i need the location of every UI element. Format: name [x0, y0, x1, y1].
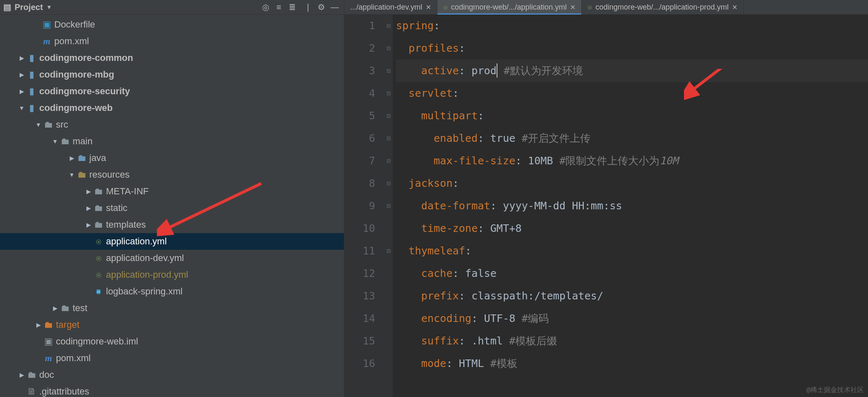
code-line[interactable]: prefix: classpath:/templates/: [396, 285, 868, 307]
tree-item-src[interactable]: ▼ 🖿 src: [0, 116, 344, 133]
tree-item-resources[interactable]: ▼ 🖿 resources: [0, 166, 344, 183]
tree-item-dockerfile[interactable]: ▣ Dockerfile: [0, 16, 344, 33]
fold-mark-icon[interactable]: ⊟: [384, 127, 393, 150]
code-line[interactable]: mode: HTML #模板: [396, 352, 868, 375]
tree-item-main[interactable]: ▼ 🖿 main: [0, 133, 344, 150]
chevron-down-icon[interactable]: ▼: [50, 138, 60, 145]
tree-item-doc[interactable]: ▶ 🖿 doc: [0, 367, 344, 383]
project-title-text: Project: [15, 3, 43, 12]
file-label: Dockerfile: [54, 19, 95, 30]
tree-item-pom[interactable]: m pom.xml: [0, 33, 344, 50]
folder-label: static: [106, 203, 127, 214]
dropdown-icon: ▼: [46, 4, 52, 10]
tree-item-logback[interactable]: ‹› logback-spring.xml: [0, 283, 344, 300]
tab-label: .../application-dev.yml: [350, 3, 422, 12]
docker-icon: ▣: [42, 20, 52, 30]
tree-item-gitattributes[interactable]: 🗎 .gitattributes: [0, 383, 344, 397]
fold-mark-icon[interactable]: ⊟: [384, 15, 393, 37]
fold-mark-icon[interactable]: ⊟: [384, 60, 393, 82]
tree-item-metainf[interactable]: ▶ 🖿 META-INF: [0, 183, 344, 200]
expand-all-icon[interactable]: ≡: [273, 1, 285, 13]
code-line[interactable]: thymeleaf:: [396, 240, 868, 262]
project-tree[interactable]: ▣ Dockerfile m pom.xml ▶ ▮ codingmore-co…: [0, 15, 344, 397]
code-line[interactable]: suffix: .html #模板后缀: [396, 330, 868, 352]
line-number: 11: [344, 240, 375, 262]
xml-icon: ‹›: [93, 286, 103, 296]
code-line[interactable]: spring:: [396, 15, 868, 37]
tree-item-java[interactable]: ▶ 🖿 java: [0, 150, 344, 166]
fold-mark-icon[interactable]: ⊟: [384, 150, 393, 172]
line-number: 14: [344, 307, 375, 330]
line-number: 8: [344, 172, 375, 195]
chevron-right-icon[interactable]: ▶: [83, 205, 93, 211]
collapse-all-icon[interactable]: ≣: [286, 1, 298, 13]
tree-item-web[interactable]: ▼ ▮ codingmore-web: [0, 100, 344, 116]
folder-label: src: [56, 119, 68, 130]
tree-item-application-dev-yml[interactable]: ⍟ application-dev.yml: [0, 250, 344, 266]
chevron-right-icon[interactable]: ▶: [17, 55, 27, 61]
folder-label: java: [89, 153, 106, 163]
tree-item-target[interactable]: ▶ 🖿 target: [0, 317, 344, 333]
tree-item-mbg[interactable]: ▶ ▮ codingmore-mbg: [0, 66, 344, 83]
chevron-right-icon[interactable]: ▶: [67, 155, 77, 161]
tab-application-prod[interactable]: ⍟ codingmore-web/.../application-prod.ym…: [582, 0, 744, 14]
close-icon[interactable]: ✕: [426, 3, 431, 11]
hide-button-icon[interactable]: —: [329, 1, 341, 13]
settings-gear-icon[interactable]: ⚙: [315, 1, 327, 13]
spring-icon: ⍟: [443, 3, 448, 12]
tree-item-application-prod-yml[interactable]: ⍟ application-prod.yml: [0, 266, 344, 283]
fold-mark-icon[interactable]: ⊟: [384, 105, 393, 127]
code-line[interactable]: enabled: true #开启文件上传: [396, 127, 868, 150]
chevron-right-icon[interactable]: ▶: [83, 221, 93, 228]
tree-item-templates[interactable]: ▶ 🖿 templates: [0, 216, 344, 233]
tree-item-pom2[interactable]: m pom.xml: [0, 350, 344, 367]
close-icon[interactable]: ✕: [732, 3, 737, 11]
tree-item-test[interactable]: ▶ 🖿 test: [0, 300, 344, 317]
tab-label: codingmore-web/.../application-prod.yml: [595, 3, 729, 12]
maven-icon: m: [43, 353, 53, 363]
tab-application-yml[interactable]: ⍟ codingmore-web/.../application.yml ✕: [437, 0, 582, 14]
code-area[interactable]: 💡 spring: profiles: active: prod #默认为开发环…: [393, 15, 868, 397]
close-icon[interactable]: ✕: [570, 3, 575, 11]
code-line[interactable]: profiles:: [396, 37, 868, 60]
code-line[interactable]: encoding: UTF-8 #编码: [396, 307, 868, 330]
code-line-active[interactable]: active: prod #默认为开发环境: [396, 60, 868, 82]
fold-mark-icon[interactable]: ⊟: [384, 240, 393, 262]
fold-mark-icon[interactable]: ⊟: [384, 195, 393, 217]
tree-item-common[interactable]: ▶ ▮ codingmore-common: [0, 50, 344, 66]
code-line[interactable]: date-format: yyyy-MM-dd HH:mm:ss: [396, 195, 868, 217]
line-number: 6: [344, 127, 375, 150]
code-line[interactable]: multipart:: [396, 105, 868, 127]
chevron-down-icon[interactable]: ▼: [33, 121, 43, 128]
locate-icon[interactable]: ◎: [260, 1, 271, 13]
chevron-right-icon[interactable]: ▶: [17, 71, 27, 78]
project-title[interactable]: ▤ Project ▼: [3, 2, 52, 12]
tab-application-dev[interactable]: .../application-dev.yml ✕: [344, 0, 437, 14]
folder-label: resources: [89, 169, 130, 180]
tree-item-static[interactable]: ▶ 🖿 static: [0, 200, 344, 216]
module-icon: ▮: [27, 103, 37, 113]
line-number-gutter: 1 2 3 4 5 6 7 8 9 10 11 12 13 14 15 16: [344, 15, 384, 397]
folder-icon: 🖿: [93, 203, 103, 213]
tree-item-security[interactable]: ▶ ▮ codingmore-security: [0, 83, 344, 100]
tree-item-iml[interactable]: ▣ codingmore-web.iml: [0, 333, 344, 350]
chevron-right-icon[interactable]: ▶: [17, 88, 27, 95]
chevron-right-icon[interactable]: ▶: [83, 188, 93, 195]
module-icon: ▮: [27, 53, 37, 63]
code-line[interactable]: jackson:: [396, 172, 868, 195]
code-line[interactable]: time-zone: GMT+8: [396, 217, 868, 240]
code-line[interactable]: servlet:: [396, 82, 868, 105]
fold-mark-icon[interactable]: ⊟: [384, 172, 393, 195]
chevron-down-icon[interactable]: ▼: [67, 171, 77, 178]
fold-mark-icon[interactable]: ⊟: [384, 37, 393, 60]
tree-item-application-yml[interactable]: ⍟ application.yml: [0, 233, 344, 250]
code-line[interactable]: cache: false: [396, 262, 868, 285]
code-editor[interactable]: 1 2 3 4 5 6 7 8 9 10 11 12 13 14 15 16 ⊟…: [344, 15, 868, 397]
chevron-right-icon[interactable]: ▶: [50, 305, 60, 312]
fold-mark-icon[interactable]: ⊟: [384, 82, 393, 105]
chevron-down-icon[interactable]: ▼: [17, 105, 27, 111]
folder-icon: 🖿: [27, 370, 37, 380]
chevron-right-icon[interactable]: ▶: [33, 322, 43, 328]
chevron-right-icon[interactable]: ▶: [17, 372, 27, 378]
code-line[interactable]: max-file-size: 10MB #限制文件上传大小为10M: [396, 150, 868, 172]
